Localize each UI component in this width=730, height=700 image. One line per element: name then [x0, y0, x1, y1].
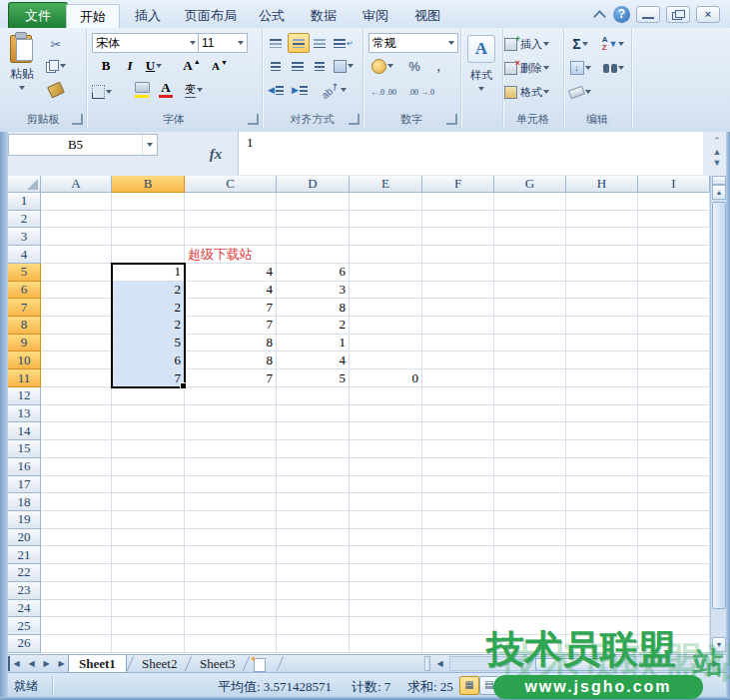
- align-middle-button[interactable]: [288, 33, 310, 53]
- cell-C19[interactable]: [185, 511, 277, 529]
- cell-B1[interactable]: [112, 193, 185, 211]
- fill-button[interactable]: ↓: [565, 59, 595, 77]
- cell-C14[interactable]: [185, 422, 277, 440]
- cell-C17[interactable]: [185, 476, 277, 494]
- cell-A19[interactable]: [41, 511, 112, 529]
- cell-F13[interactable]: [422, 405, 494, 423]
- cell-A14[interactable]: [41, 422, 112, 440]
- cell-A23[interactable]: [41, 582, 112, 600]
- select-all-corner[interactable]: [8, 176, 41, 193]
- cell-G24[interactable]: [494, 600, 566, 618]
- cell-G7[interactable]: [494, 299, 566, 317]
- cell-H7[interactable]: [566, 299, 638, 317]
- file-tab[interactable]: 文件: [8, 2, 68, 29]
- cell-A4[interactable]: [41, 246, 112, 264]
- cell-G22[interactable]: [494, 564, 566, 582]
- cell-H20[interactable]: [566, 529, 638, 547]
- font-color-button[interactable]: A: [156, 81, 176, 99]
- cell-H21[interactable]: [566, 546, 638, 564]
- cell-I7[interactable]: [638, 299, 710, 317]
- cell-G19[interactable]: [494, 511, 566, 529]
- cell-B11[interactable]: 7: [112, 369, 185, 387]
- cell-D11[interactable]: 5: [277, 369, 350, 387]
- cell-H15[interactable]: [566, 440, 638, 458]
- cell-F3[interactable]: [422, 228, 494, 246]
- cell-F22[interactable]: [422, 564, 494, 582]
- copy-button[interactable]: [46, 57, 66, 75]
- window-minimize-button[interactable]: [636, 6, 660, 23]
- row-header-26[interactable]: 26: [8, 635, 41, 653]
- cell-D13[interactable]: [277, 405, 350, 423]
- row-header-14[interactable]: 14: [8, 422, 41, 440]
- cell-A17[interactable]: [41, 476, 112, 494]
- cell-B8[interactable]: 2: [112, 317, 185, 335]
- column-header-H[interactable]: H: [566, 176, 638, 193]
- styles-button[interactable]: A 样式: [464, 35, 498, 91]
- insert-function-button[interactable]: fx: [196, 134, 236, 174]
- cell-I21[interactable]: [638, 546, 710, 564]
- cell-H17[interactable]: [566, 476, 638, 494]
- row-header-25[interactable]: 25: [8, 617, 41, 635]
- sheet-tab-sheet1[interactable]: Sheet1: [68, 655, 127, 673]
- formula-input[interactable]: 1: [238, 132, 703, 175]
- cell-F11[interactable]: [422, 369, 494, 387]
- cell-H13[interactable]: [566, 405, 638, 423]
- cell-B23[interactable]: [112, 582, 185, 600]
- cell-A6[interactable]: [41, 282, 112, 300]
- cell-D10[interactable]: 4: [277, 351, 350, 369]
- cell-D16[interactable]: [277, 458, 350, 476]
- cell-F6[interactable]: [422, 282, 494, 300]
- wrap-text-button[interactable]: ↵: [334, 34, 354, 52]
- tab-page-layout[interactable]: 页面布局: [172, 4, 250, 28]
- cell-H18[interactable]: [566, 493, 638, 511]
- first-sheet-icon[interactable]: ◀: [8, 656, 23, 671]
- cell-G1[interactable]: [494, 193, 566, 211]
- cell-B5[interactable]: 1: [112, 264, 185, 282]
- cell-B7[interactable]: 2: [112, 299, 185, 317]
- tab-split-handle[interactable]: [424, 656, 430, 671]
- vertical-scrollbar[interactable]: ▲ ▼: [710, 176, 727, 654]
- cell-G21[interactable]: [494, 546, 566, 564]
- cell-B21[interactable]: [112, 546, 185, 564]
- alignment-dialog-launcher[interactable]: [349, 114, 360, 125]
- split-handle[interactable]: [712, 176, 726, 185]
- cell-G4[interactable]: [494, 246, 566, 264]
- cell-E6[interactable]: [350, 282, 422, 300]
- cell-H12[interactable]: [566, 387, 638, 405]
- cell-E14[interactable]: [350, 422, 422, 440]
- row-header-6[interactable]: 6: [8, 282, 41, 300]
- cell-H11[interactable]: [566, 369, 638, 387]
- sheet-tab-sheet3[interactable]: Sheet3: [190, 655, 245, 672]
- minimize-ribbon-icon[interactable]: [593, 9, 607, 19]
- window-restore-button[interactable]: [666, 6, 690, 23]
- cell-E13[interactable]: [350, 405, 422, 423]
- cell-A11[interactable]: [41, 369, 112, 387]
- sheet-tab-sheet2[interactable]: Sheet2: [132, 655, 187, 672]
- cell-H2[interactable]: [566, 211, 638, 229]
- accounting-format-button[interactable]: [368, 57, 396, 75]
- cell-I24[interactable]: [638, 600, 710, 618]
- cell-B12[interactable]: [112, 387, 185, 405]
- cell-F2[interactable]: [422, 211, 494, 229]
- row-header-16[interactable]: 16: [8, 458, 41, 476]
- cell-F7[interactable]: [422, 299, 494, 317]
- cell-F16[interactable]: [422, 458, 494, 476]
- cell-G10[interactable]: [494, 351, 566, 369]
- number-dialog-launcher[interactable]: [446, 114, 457, 125]
- cell-C7[interactable]: 7: [185, 299, 277, 317]
- align-bottom-button[interactable]: [310, 34, 330, 52]
- cell-A2[interactable]: [41, 211, 112, 229]
- insert-worksheet-button[interactable]: ✦: [250, 657, 272, 671]
- cell-E7[interactable]: [350, 299, 422, 317]
- cell-I13[interactable]: [638, 405, 710, 423]
- shrink-font-button[interactable]: A▼: [210, 57, 230, 75]
- cell-E17[interactable]: [350, 476, 422, 494]
- cell-I19[interactable]: [638, 511, 710, 529]
- cell-B25[interactable]: [112, 617, 185, 635]
- cell-B18[interactable]: [112, 493, 185, 511]
- bold-button[interactable]: B: [96, 57, 116, 75]
- cell-H19[interactable]: [566, 511, 638, 529]
- cell-D4[interactable]: [277, 246, 350, 264]
- tab-home[interactable]: 开始: [66, 4, 120, 29]
- cell-C13[interactable]: [185, 405, 277, 423]
